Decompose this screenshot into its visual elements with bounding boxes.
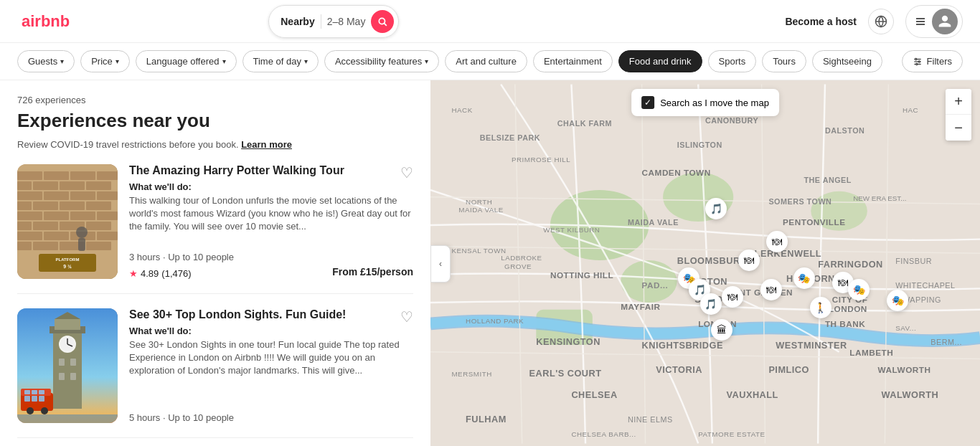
- chevron-down-icon: ▾: [304, 57, 308, 65]
- rating-count-1: (1,476): [161, 268, 191, 279]
- svg-point-0: [380, 18, 385, 24]
- experience-desc-2: See 30+ London Sights in one tour! Fun l…: [129, 338, 413, 378]
- become-host-link[interactable]: Become a host: [785, 16, 857, 27]
- svg-rect-24: [97, 191, 118, 200]
- logo-text: airbnb: [22, 12, 70, 31]
- time-of-day-filter[interactable]: Time of day ▾: [242, 50, 319, 72]
- svg-rect-49: [78, 238, 85, 251]
- search-button[interactable]: [371, 10, 394, 33]
- svg-point-71: [27, 407, 34, 414]
- svg-rect-26: [33, 201, 58, 210]
- sightseeing-filter[interactable]: Sightseeing: [812, 50, 882, 72]
- svg-rect-42: [33, 242, 58, 250]
- map-markers: 🎵 🍽 🍽 🎭 🎵 🎵 🍽 🍽 🎭 🚶 🍽 🎭 🎭 🏛: [430, 80, 980, 446]
- map-marker-10[interactable]: 🚶: [810, 297, 831, 318]
- svg-point-9: [915, 58, 916, 60]
- price-filter[interactable]: Price ▾: [80, 50, 130, 72]
- map-marker-1[interactable]: 🎵: [705, 198, 727, 219]
- chevron-down-icon: ▾: [116, 57, 119, 65]
- svg-rect-13: [17, 171, 42, 180]
- svg-rect-18: [33, 181, 58, 190]
- experience-content-1: The Amazing Harry Potter Walking Tour Wh…: [129, 164, 413, 279]
- search-divider: [321, 14, 321, 29]
- svg-rect-37: [17, 232, 42, 240]
- food-drink-filter[interactable]: Food and drink: [618, 50, 702, 72]
- svg-rect-38: [44, 232, 69, 240]
- svg-rect-45: [39, 254, 96, 272]
- experience-title-2: See 30+ Top London Sights. Fun Guide!: [129, 308, 413, 321]
- sports-filter[interactable]: Sports: [708, 50, 757, 72]
- svg-rect-36: [86, 222, 111, 230]
- map-marker-6[interactable]: 🎵: [700, 293, 722, 315]
- svg-rect-67: [39, 390, 44, 394]
- user-menu[interactable]: [905, 5, 963, 38]
- svg-rect-31: [70, 212, 95, 220]
- map-marker-7[interactable]: 🍽: [722, 286, 743, 308]
- experience-meta-2: 5 hours · Up to 10 people: [129, 412, 413, 423]
- art-culture-filter[interactable]: Art and culture: [445, 50, 527, 72]
- svg-rect-53: [55, 319, 80, 330]
- svg-rect-62: [70, 373, 76, 380]
- map-marker-12[interactable]: 🎭: [848, 279, 870, 300]
- language-offered-filter[interactable]: Language offered ▾: [136, 50, 237, 72]
- map-marker-8[interactable]: 🍽: [760, 279, 782, 300]
- svg-rect-16: [97, 171, 118, 180]
- svg-rect-34: [33, 222, 58, 230]
- svg-rect-69: [32, 396, 37, 402]
- svg-rect-33: [17, 222, 32, 230]
- search-bar[interactable]: Nearby 2–8 May: [268, 5, 399, 38]
- map-container: BELSIZE PARK CHALK FARM CANONBURY DALSTO…: [430, 80, 980, 446]
- svg-rect-17: [17, 181, 32, 190]
- experience-desc-1: This walking tour of London unfurls the …: [129, 194, 413, 234]
- svg-rect-30: [44, 212, 69, 220]
- map-marker-3[interactable]: 🍽: [738, 250, 760, 271]
- header-right: Become a host: [785, 5, 963, 38]
- zoom-out-button[interactable]: −: [946, 115, 971, 141]
- entertainment-filter[interactable]: Entertainment: [533, 50, 613, 72]
- learn-more-link[interactable]: Learn more: [241, 139, 292, 150]
- map-marker-2[interactable]: 🍽: [766, 231, 788, 252]
- star-icon: ★: [129, 268, 138, 279]
- wishlist-button-1[interactable]: ♡: [400, 164, 413, 181]
- experience-image-2: [17, 308, 118, 423]
- collapse-map-button[interactable]: ‹: [430, 245, 451, 283]
- rating-value-1: 4.89: [141, 268, 159, 279]
- svg-rect-15: [70, 171, 95, 180]
- chevron-down-icon: ▾: [222, 57, 226, 65]
- svg-rect-27: [60, 201, 85, 210]
- accessibility-filter[interactable]: Accessibility features ▾: [324, 50, 439, 72]
- map-marker-14[interactable]: 🏛: [711, 319, 732, 341]
- map-marker-9[interactable]: 🎭: [793, 267, 815, 289]
- covid-notice: Review COVID-19 travel restrictions befo…: [17, 139, 413, 150]
- search-dates: 2–8 May: [327, 16, 366, 27]
- map-panel: BELSIZE PARK CHALK FARM CANONBURY DALSTO…: [430, 80, 980, 446]
- section-title: Experiences near you: [17, 110, 413, 132]
- search-as-move-label: Search as I move the map: [660, 98, 769, 108]
- all-filters-button[interactable]: Filters: [902, 50, 963, 72]
- svg-rect-28: [86, 201, 111, 210]
- svg-rect-73: [17, 414, 118, 423]
- svg-rect-20: [86, 181, 111, 190]
- svg-rect-22: [44, 191, 69, 200]
- svg-rect-19: [60, 181, 85, 190]
- svg-rect-65: [24, 390, 30, 394]
- svg-rect-23: [70, 191, 95, 200]
- svg-point-10: [918, 60, 920, 62]
- zoom-in-button[interactable]: +: [946, 89, 971, 115]
- search-location: Nearby: [281, 16, 314, 27]
- wishlist-button-2[interactable]: ♡: [400, 308, 413, 326]
- what-we-do-label-1: What we'll do:: [129, 181, 413, 192]
- main-content: 726 experiences Experiences near you Rev…: [0, 80, 980, 446]
- svg-rect-70: [39, 396, 44, 402]
- globe-icon-btn[interactable]: [868, 9, 894, 34]
- logo[interactable]: airbnb: [17, 12, 70, 31]
- header: airbnb Nearby 2–8 May Become a host: [0, 0, 980, 43]
- experience-image-1: PLATFORM 9 ¾: [17, 164, 118, 279]
- search-as-move-toggle[interactable]: ✓ Search as I move the map: [631, 89, 779, 116]
- map-marker-13[interactable]: 🎭: [887, 290, 908, 311]
- svg-rect-59: [59, 359, 65, 366]
- sliders-icon: [913, 57, 923, 67]
- svg-point-11: [915, 63, 917, 65]
- tours-filter[interactable]: Tours: [762, 50, 806, 72]
- guests-filter[interactable]: Guests ▾: [17, 50, 75, 72]
